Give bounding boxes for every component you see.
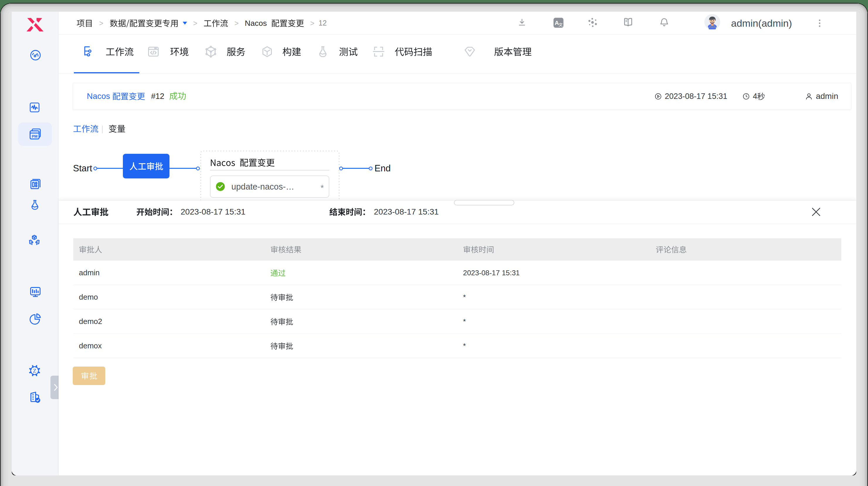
svg-text:PM: PM (32, 134, 37, 139)
svg-text:A: A (555, 20, 559, 26)
svg-text:Z: Z (33, 368, 36, 374)
